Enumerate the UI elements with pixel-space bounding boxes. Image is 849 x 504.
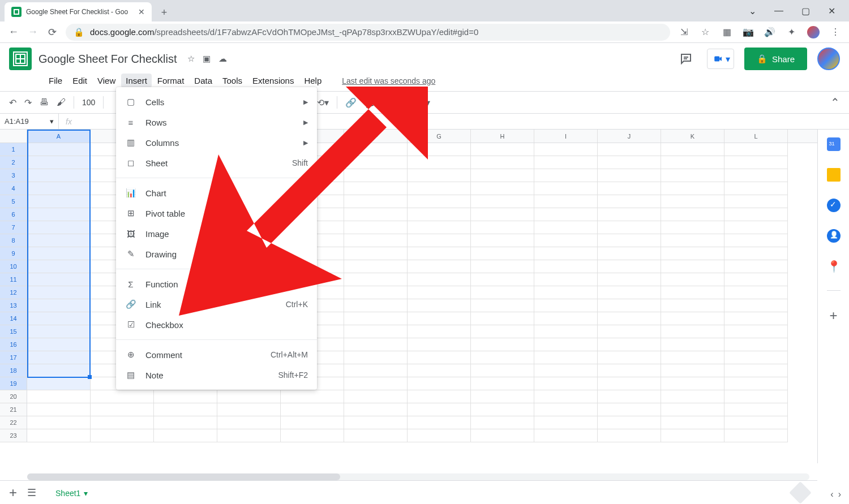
- cell[interactable]: [534, 286, 598, 299]
- cell[interactable]: [344, 299, 408, 312]
- cell[interactable]: [661, 312, 724, 325]
- menu-item-link[interactable]: 🔗LinkCtrl+K: [116, 294, 317, 315]
- cell[interactable]: [408, 286, 471, 299]
- chevron-down-icon[interactable]: ⌄: [749, 6, 756, 16]
- row-header[interactable]: 21: [0, 403, 27, 416]
- puzzle-icon[interactable]: ✦: [786, 27, 797, 38]
- cell[interactable]: [281, 403, 344, 416]
- cell[interactable]: [724, 260, 788, 273]
- extension-icon[interactable]: ▦: [721, 27, 732, 38]
- cell[interactable]: [724, 390, 788, 403]
- cell[interactable]: [661, 221, 724, 234]
- cell[interactable]: [408, 234, 471, 247]
- collapse-toolbar-icon[interactable]: ⌃: [830, 96, 840, 109]
- cell[interactable]: [408, 169, 471, 182]
- menu-item-comment[interactable]: ⊕CommentCtrl+Alt+M: [116, 344, 317, 365]
- cell[interactable]: [91, 403, 154, 416]
- cell[interactable]: [598, 169, 661, 182]
- cell[interactable]: [471, 403, 534, 416]
- menu-item-checkbox[interactable]: ☑Checkbox: [116, 315, 317, 335]
- cell[interactable]: [154, 390, 217, 403]
- cell[interactable]: [408, 338, 471, 351]
- cloud-icon[interactable]: ☁: [218, 54, 227, 64]
- cell[interactable]: [344, 364, 408, 377]
- column-header[interactable]: I: [534, 130, 598, 143]
- cell[interactable]: [27, 351, 91, 364]
- cell[interactable]: [534, 156, 598, 169]
- cell[interactable]: [661, 169, 724, 182]
- cell[interactable]: [598, 338, 661, 351]
- cell[interactable]: [27, 403, 91, 416]
- cell[interactable]: [408, 429, 471, 442]
- side-panel-toggle[interactable]: ‹›: [830, 489, 841, 499]
- row-header[interactable]: 11: [0, 273, 27, 286]
- cell[interactable]: [471, 390, 534, 403]
- row-header[interactable]: 9: [0, 247, 27, 260]
- cell[interactable]: [534, 325, 598, 338]
- menu-item-cells[interactable]: ▢Cells▶: [116, 92, 317, 112]
- cell[interactable]: [724, 208, 788, 221]
- cell[interactable]: [534, 273, 598, 286]
- cell[interactable]: [471, 429, 534, 442]
- cell[interactable]: [598, 234, 661, 247]
- cell[interactable]: [408, 325, 471, 338]
- cell[interactable]: [598, 299, 661, 312]
- cell[interactable]: [724, 273, 788, 286]
- cell[interactable]: [27, 338, 91, 351]
- cell[interactable]: [724, 429, 788, 442]
- star-icon[interactable]: ☆: [187, 54, 195, 64]
- cell[interactable]: [27, 312, 91, 325]
- cell[interactable]: [408, 312, 471, 325]
- cell[interactable]: [344, 403, 408, 416]
- forward-button[interactable]: →: [27, 26, 38, 38]
- cell[interactable]: [661, 377, 724, 390]
- paint-format-icon[interactable]: 🖌: [57, 97, 66, 107]
- cell[interactable]: [408, 247, 471, 260]
- rotate-icon[interactable]: ⟲▾: [317, 97, 329, 108]
- explore-button[interactable]: [789, 481, 812, 504]
- cell[interactable]: [91, 416, 154, 429]
- row-header[interactable]: 1: [0, 143, 27, 156]
- horizontal-scrollbar[interactable]: [27, 473, 809, 480]
- cell[interactable]: [724, 351, 788, 364]
- cell[interactable]: [661, 351, 724, 364]
- column-header[interactable]: H: [471, 130, 534, 143]
- menu-item-columns[interactable]: ▥Columns▶: [116, 132, 317, 153]
- cell[interactable]: [27, 247, 91, 260]
- cell[interactable]: [661, 273, 724, 286]
- cell[interactable]: [27, 273, 91, 286]
- cell[interactable]: [471, 260, 534, 273]
- cell[interactable]: [534, 143, 598, 156]
- menu-edit[interactable]: Edit: [68, 74, 92, 88]
- cell[interactable]: [661, 403, 724, 416]
- cell[interactable]: [27, 416, 91, 429]
- cell[interactable]: [598, 312, 661, 325]
- cell[interactable]: [344, 169, 408, 182]
- cell[interactable]: [534, 429, 598, 442]
- cell[interactable]: [408, 195, 471, 208]
- cell[interactable]: [344, 143, 408, 156]
- cell[interactable]: [471, 182, 534, 195]
- cell[interactable]: [661, 234, 724, 247]
- cell[interactable]: [408, 416, 471, 429]
- cell[interactable]: [471, 169, 534, 182]
- cell[interactable]: [408, 403, 471, 416]
- row-header[interactable]: 13: [0, 299, 27, 312]
- cell[interactable]: [661, 299, 724, 312]
- zoom-select[interactable]: 100: [82, 98, 95, 107]
- menu-item-pivot-table[interactable]: ⊞Pivot table: [116, 203, 317, 223]
- cell[interactable]: [661, 416, 724, 429]
- keep-icon[interactable]: [827, 168, 841, 182]
- cell[interactable]: [534, 377, 598, 390]
- cell[interactable]: [344, 312, 408, 325]
- cell[interactable]: [27, 234, 91, 247]
- cell[interactable]: [27, 299, 91, 312]
- filter-icon[interactable]: ▼: [403, 97, 412, 107]
- cell[interactable]: [661, 429, 724, 442]
- maximize-icon[interactable]: ▢: [801, 6, 810, 16]
- menu-insert[interactable]: Insert: [121, 74, 152, 88]
- cell[interactable]: [27, 286, 91, 299]
- cell[interactable]: [661, 260, 724, 273]
- row-header[interactable]: 14: [0, 312, 27, 325]
- sound-icon[interactable]: 🔊: [764, 27, 775, 38]
